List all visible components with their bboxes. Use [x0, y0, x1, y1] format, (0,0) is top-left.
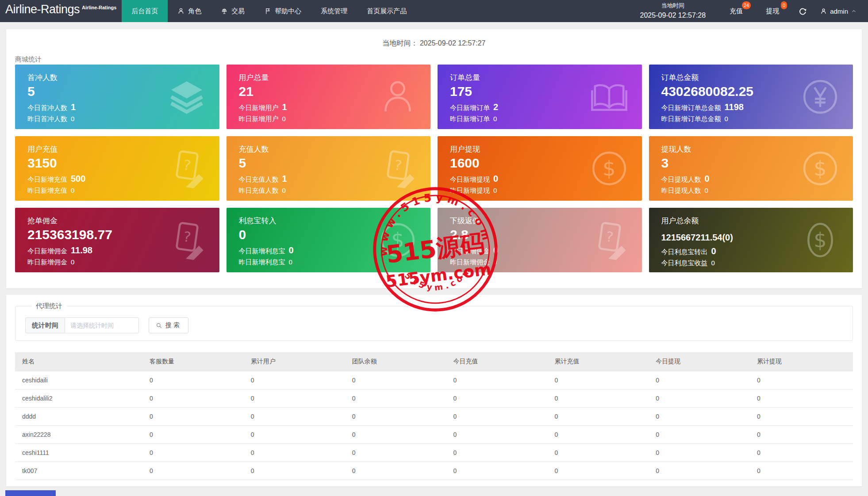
stat-card-today-value: 1: [282, 174, 287, 184]
stat-card-yesterday-label: 昨日首冲人数: [27, 115, 67, 123]
stat-card-today-label: 今日新增提现: [450, 176, 490, 184]
stat-card-title: 用户提现: [450, 144, 642, 154]
stat-card-today-label: 今日新增用户: [239, 104, 279, 112]
stat-card-value: 2.8: [450, 227, 642, 243]
table-cell: 0: [347, 408, 448, 426]
table-cell: 0: [144, 462, 246, 480]
stat-card: 订单总金额 4302680082.25 今日新增订单总金额 1198 昨日新增订…: [649, 65, 853, 129]
nav-item-1[interactable]: 后台首页: [122, 0, 168, 22]
stat-card: 用户提现 1600 今日新增提现 0 昨日新增提现 0: [438, 136, 642, 201]
stat-card-today-value: 1: [71, 102, 76, 112]
scales-icon: [221, 8, 228, 15]
stat-card-yesterday-value: 0: [282, 187, 286, 194]
table-cell: 0: [549, 408, 650, 426]
username: admin: [830, 8, 848, 15]
search-button[interactable]: 搜索: [149, 317, 188, 333]
nav-item-2[interactable]: 角色: [168, 0, 211, 22]
table-column-header: 姓名: [15, 352, 144, 371]
table-cell: 0: [144, 408, 246, 426]
withdraw-label: 提现: [766, 7, 779, 15]
refresh-icon: [799, 7, 807, 15]
stat-card-yesterday-label: 今日利息宝收益: [661, 259, 708, 267]
stat-card-today-value: 0: [493, 174, 498, 184]
footer-chip: [5, 490, 56, 496]
stat-card-title: 订单总量: [450, 72, 642, 83]
stat-card-yesterday-label: 昨日提现人数: [661, 187, 701, 195]
recharge-label: 充值: [730, 7, 743, 15]
table-column-header: 今日充值: [448, 352, 549, 371]
table-cell: ceshi1111: [15, 444, 144, 462]
stat-card-today-label: 今日充值人数: [239, 176, 279, 184]
table-row: tk0070000000: [15, 462, 853, 480]
table-cell: 0: [246, 408, 347, 426]
brand-logo[interactable]: Airline-Ratings Airline-Ratings: [0, 0, 120, 22]
navbar-clock-label: 当地时间: [640, 2, 706, 10]
table-cell: 0: [650, 426, 752, 444]
nav-item-6[interactable]: 首页展示产品: [357, 0, 416, 22]
table-cell: 0: [448, 426, 549, 444]
stat-card-value: 1215667211.54(0): [661, 231, 853, 244]
table-cell: 0: [246, 444, 347, 462]
navbar-clock: 当地时间 2025-09-02 12:57:28: [628, 2, 718, 20]
stat-card-yesterday-label: 昨日新增佣金: [27, 258, 67, 267]
table-cell: 0: [448, 444, 549, 462]
stat-card-today-label: 今日新增订单: [450, 104, 490, 112]
stat-card-value: 1600: [450, 156, 642, 171]
stat-card-today-label: 今日首冲人数: [27, 104, 67, 112]
recharge-button[interactable]: 充值 24: [718, 0, 754, 22]
nav-item-4[interactable]: 帮助中心: [254, 0, 311, 22]
user-menu[interactable]: admin: [815, 8, 868, 15]
local-time-label: 当地时间：: [382, 39, 418, 47]
table-column-header: 团队余额: [347, 352, 448, 371]
table-cell: 0: [246, 371, 347, 389]
agent-stats-fieldset: 代理统计 统计时间 搜索: [15, 302, 853, 341]
table-cell: 0: [246, 462, 347, 480]
stat-card: 用户总余额 1215667211.54(0) 今日利息宝转出 0 今日利息宝收益…: [649, 208, 853, 272]
stat-card-yesterday-value: 0: [71, 115, 74, 122]
stat-card-yesterday-value: 0: [71, 258, 74, 266]
stat-card: 用户总量 21 今日新增用户 1 昨日新增用户 0: [227, 65, 431, 129]
stat-card-today-value: 1198: [725, 102, 744, 112]
table-cell: 0: [752, 462, 853, 480]
agents-table: 姓名客服数量累计用户团队余额今日充值累计充值今日提现累计提现 ceshidail…: [15, 352, 853, 480]
agents-panel: 代理统计 统计时间 搜索 姓名客服数量累计用户团队余额今日充值累计充值今日提现累…: [6, 295, 862, 486]
stat-time-label: 统计时间: [25, 317, 65, 333]
table-cell: 0: [650, 408, 752, 426]
stat-card-yesterday-value: 0: [493, 187, 497, 194]
stat-card: 订单总量 175 今日新增订单 2 昨日新增订单 0: [438, 65, 642, 129]
navbar-clock-value: 2025-09-02 12:57:28: [640, 10, 706, 20]
table-cell: 0: [144, 389, 246, 408]
stat-card-yesterday-label: 昨日新增充值: [27, 187, 67, 195]
stat-card-today-label: 今日新增利息宝: [239, 247, 285, 256]
chevron-up-icon: [851, 8, 856, 14]
nav-item-5[interactable]: 系统管理: [311, 0, 357, 22]
stat-card-title: 订单总金额: [661, 72, 853, 83]
stat-card-title: 用户总量: [239, 72, 431, 83]
stat-card-today-label: 今日新增佣金: [450, 247, 490, 256]
table-row: dddd0000000: [15, 408, 853, 426]
brand-title: Airline-Ratings: [5, 3, 80, 16]
stat-card-value: 21: [239, 84, 431, 99]
table-cell: 0: [650, 389, 752, 408]
stat-time-input[interactable]: [65, 317, 139, 333]
refresh-button[interactable]: [791, 0, 815, 22]
table-cell: 0: [144, 444, 246, 462]
stat-card-value: 5: [27, 84, 219, 99]
nav-item-3[interactable]: 交易: [211, 0, 254, 22]
stat-card-title: 充值人数: [239, 144, 431, 154]
table-row: ceshidaili0000000: [15, 371, 853, 389]
stats-grid: 首冲人数 5 今日首冲人数 1 昨日首冲人数 0 用户总量 21 今日新增用户 …: [15, 65, 853, 272]
table-cell: 0: [752, 371, 853, 389]
search-label: 搜索: [165, 321, 181, 329]
table-cell: 0: [752, 426, 853, 444]
stat-card-today-value: 1: [282, 102, 287, 112]
withdraw-button[interactable]: 提现 0: [754, 0, 791, 22]
table-cell: 0: [650, 371, 752, 389]
table-cell: dddd: [15, 408, 144, 426]
stat-card-yesterday-label: 昨日新增佣金: [450, 258, 490, 267]
table-cell: 0: [347, 426, 448, 444]
table-column-header: 累计用户: [246, 352, 347, 371]
table-cell: 0: [144, 426, 246, 444]
stat-card-yesterday-label: 昨日新增订单总金额: [661, 115, 721, 123]
table-cell: 0: [549, 462, 650, 480]
